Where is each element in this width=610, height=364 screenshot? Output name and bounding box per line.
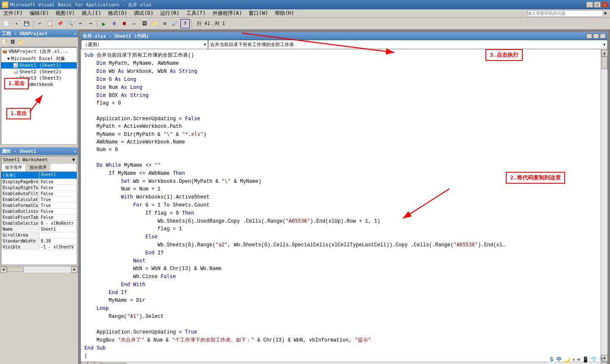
ime-phone-icon: 📱 [582, 356, 589, 363]
tree-sheet2[interactable]: 📊 Sheet2 (Sheet2) [1, 69, 77, 75]
properties-panel-close[interactable]: ✕ [74, 149, 76, 154]
code-window-title-buttons[interactable]: _ □ ✕ [586, 33, 606, 39]
left-panel-hscrollbar[interactable]: ◀ ▶ [0, 266, 78, 273]
vscroll-track[interactable] [601, 56, 607, 355]
prop-row-namekey[interactable]: Name Sheet1 [1, 226, 77, 232]
main-area: 工程 - VBAProject ✕ 📝 🖼 📁 📦 VBAProject (合并… [0, 30, 610, 364]
annotation-step1-box: 1.双击 [6, 108, 31, 119]
prop-row-enableautofilt[interactable]: EnableAutoFilt False [1, 191, 77, 197]
tb-help-button[interactable]: ? [180, 19, 190, 28]
project-view-object[interactable]: 🖼 [9, 38, 17, 46]
tb-save-button[interactable]: 💾 [22, 19, 31, 28]
prop-key-name: (名称) [1, 172, 39, 179]
hscroll-left-btn[interactable]: ◀ [0, 266, 7, 273]
tb-obrowser-button[interactable]: 🔎 [170, 19, 180, 28]
tree-sheet1[interactable]: 📊 Sheet1 (Sheet1) [1, 62, 77, 69]
tb-reset-button[interactable]: ⏹ [119, 19, 129, 28]
code-hscroll-track[interactable] [101, 362, 601, 364]
sheet2-label: Sheet2 (Sheet2) [19, 69, 61, 74]
prop-row-enableoutlinin[interactable]: EnableOutlinin False [1, 209, 77, 215]
prop-row-visible[interactable]: Visible -1 - xlSheetV [1, 244, 77, 250]
toolbar: 📄 ▾ 💾 ✂ 📋 📌 🔍 ↩ ↪ ▶ ⏸ ⏹ ✏ 🖼 📁 ⚙ 🔎 ? 行 41… [0, 18, 610, 30]
props-table: (名称) Sheet1 DisplayPageBre False Display… [1, 172, 77, 250]
menu-run[interactable]: 运行(R) [157, 9, 183, 17]
code-dropdown-left[interactable]: （通用） ▼ [81, 40, 208, 49]
prop-key-namekey: Name [1, 226, 39, 232]
prop-row-enableselectio[interactable]: EnableSelectio 0 - xlNoRestr [1, 221, 77, 226]
prop-row-scrollarea[interactable]: ScrollArea [1, 232, 77, 238]
tb-break-button[interactable]: ⏸ [109, 19, 119, 28]
tb-project-button[interactable]: 📁 [150, 19, 159, 28]
code-view-proc-btn[interactable]: ≡ [94, 362, 101, 364]
tb-userform-button[interactable]: 🖼 [140, 19, 149, 28]
code-vscrollbar[interactable]: ▲ ▼ [601, 50, 607, 361]
menu-debug[interactable]: 调试(D) [130, 9, 157, 17]
toolbar-separator-2 [97, 20, 97, 28]
hscroll-left-code-btn[interactable]: ◀ [81, 362, 88, 364]
prop-val-visible: -1 - xlSheetV [39, 244, 77, 250]
menu-addins[interactable]: 外接程序(A) [209, 9, 246, 17]
tree-vbaproject[interactable]: 📦 VBAProject (合并.xl... [1, 48, 77, 55]
help-search-input[interactable] [527, 10, 603, 17]
prop-row-displayrightto[interactable]: DisplayRightTo False [1, 185, 77, 191]
code-win-maximize[interactable]: □ [593, 33, 599, 39]
vscroll-up-btn[interactable]: ▲ [601, 50, 607, 56]
tree-excel-objects[interactable]: ▼ Microsoft Excel 对象 [1, 55, 77, 62]
prop-key-enablecalculat: EnableCalculat [1, 197, 39, 202]
props-tab-alpha[interactable]: 按字母序 [1, 164, 26, 171]
close-button[interactable]: ✕ [602, 2, 608, 8]
menu-view[interactable]: 视图(V) [52, 9, 78, 17]
prop-val-enablecalculat: True [39, 197, 77, 202]
code-view-code-btn[interactable]: ▤ [88, 362, 94, 364]
tb-paste-button[interactable]: 📌 [55, 19, 65, 28]
project-toggle-folders[interactable]: 📁 [17, 38, 25, 46]
vscroll-thumb[interactable] [602, 56, 607, 69]
props-object-select: Sheet1 Worksheet ▼ [1, 156, 77, 164]
menu-edit[interactable]: 编辑(E) [26, 9, 53, 17]
code-dropdown-right-text: 合并当前目录下所有工作簿的全部工作表 [210, 41, 294, 48]
tb-design-button[interactable]: ✏ [130, 19, 139, 28]
tb-run-button[interactable]: ▶ [99, 19, 108, 28]
prop-row-displaypagebr[interactable]: DisplayPageBre False [1, 179, 77, 185]
toolbar-separator-1 [33, 20, 33, 28]
prop-row-enablecalculat[interactable]: EnableCalculat True [1, 197, 77, 203]
folder-icon: ▼ [7, 56, 10, 61]
title-bar-buttons[interactable]: _ □ ✕ [586, 2, 608, 8]
prop-row-enablepivottab[interactable]: EnablePivotTab False [1, 215, 77, 221]
code-win-minimize[interactable]: _ [586, 33, 592, 39]
code-hscrollbar[interactable]: ◀ ▤ ≡ ▶ [81, 361, 607, 364]
tb-cut-button[interactable]: ✂ [35, 19, 44, 28]
title-bar: VB Microsoft Visual Basic for Applicatio… [0, 0, 610, 9]
code-window-title: 合并.xlsx - Sheet1 (代码) _ □ ✕ [81, 32, 607, 40]
code-hscroll-thumb[interactable] [101, 363, 127, 364]
hscroll-right-btn[interactable]: ▶ [71, 266, 78, 273]
menu-help[interactable]: 帮助(H) [272, 9, 298, 17]
code-dropdown-right[interactable]: 合并当前目录下所有工作簿的全部工作表 ▼ [208, 40, 607, 49]
menu-tools[interactable]: 工具(T) [183, 9, 209, 17]
prop-row-name[interactable]: (名称) Sheet1 [1, 172, 77, 179]
menu-insert[interactable]: 插入(I) [78, 9, 105, 17]
tb-find-button[interactable]: 🔍 [66, 19, 75, 28]
maximize-button[interactable]: □ [594, 2, 601, 8]
props-object-arrow[interactable]: ▼ [72, 157, 75, 163]
code-win-close[interactable]: ✕ [600, 33, 606, 39]
prop-val-scrollarea [39, 232, 77, 238]
prop-row-standardwidth[interactable]: StandardWidth 8.38 [1, 238, 77, 244]
project-view-code[interactable]: 📝 [1, 38, 8, 46]
tb-undo-button[interactable]: ↩ [76, 19, 85, 28]
tb-new-button[interactable]: 📄 [2, 19, 11, 28]
props-tab-category[interactable]: 按分类序 [26, 164, 50, 171]
code-toolbar: （通用） ▼ 合并当前目录下所有工作簿的全部工作表 ▼ [81, 40, 607, 50]
tb-redo-button[interactable]: ↪ [86, 19, 95, 28]
menu-file[interactable]: 文件(F) [0, 9, 26, 17]
menu-window[interactable]: 窗口(W) [245, 9, 272, 17]
tb-open-button[interactable]: ▾ [12, 19, 21, 28]
tb-copy-button[interactable]: 📋 [45, 19, 55, 28]
prop-key-enableselectio: EnableSelectio [1, 221, 39, 226]
tb-props-button[interactable]: ⚙ [160, 19, 169, 28]
minimize-button[interactable]: _ [586, 2, 593, 8]
menu-format[interactable]: 格式(O) [105, 9, 131, 17]
prop-row-enableformatco[interactable]: EnableFormatCo True [1, 203, 77, 209]
code-editor[interactable]: Sub 合并当前目录下所有工作薄的全部工作表() Dim MyPath, MyN… [81, 50, 601, 361]
project-panel-close[interactable]: ✕ [74, 31, 76, 36]
